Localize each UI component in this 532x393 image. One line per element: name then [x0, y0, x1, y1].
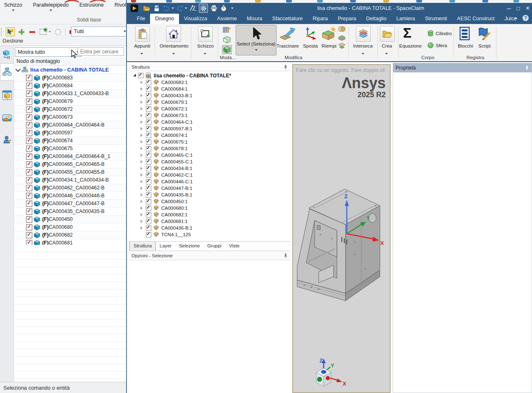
expand-triangle-icon[interactable]: [141, 94, 143, 97]
checkbox[interactable]: ✓: [146, 219, 151, 224]
structure-root-row[interactable]: ✓ lisa chemello - CABINA TOTALE*: [129, 72, 290, 79]
expand-triangle-icon[interactable]: [141, 127, 143, 130]
structure-tab[interactable]: Viste: [225, 242, 243, 251]
checkbox[interactable]: ✓: [26, 91, 32, 97]
list-item[interactable]: ✓ (F)CA000462_CA000462-B: [14, 184, 126, 192]
expand-triangle-icon[interactable]: [141, 220, 143, 223]
checkbox[interactable]: ✓: [26, 177, 32, 183]
section-split-icon[interactable]: [338, 42, 346, 50]
checkbox[interactable]: ✓: [146, 86, 151, 92]
filter-combobox[interactable]: Tutti: [71, 26, 129, 36]
trascinare-icon[interactable]: [279, 27, 296, 42]
add-icon[interactable]: [17, 28, 26, 36]
checkbox[interactable]: ✓: [146, 166, 151, 171]
list-item[interactable]: ✓ (F)CA000674: [14, 137, 126, 145]
combine-icon[interactable]: [338, 34, 346, 42]
undo-icon[interactable]: [162, 4, 171, 12]
checkbox[interactable]: ✓: [26, 232, 32, 238]
checkbox[interactable]: ✓: [146, 192, 151, 198]
expand-triangle-icon[interactable]: [141, 160, 143, 163]
interseca-button[interactable]: [356, 26, 371, 42]
equazione-icon[interactable]: Σ: [403, 26, 411, 40]
select-highlight-icon[interactable]: [6, 27, 15, 36]
checkbox[interactable]: ✓: [146, 232, 151, 237]
structure-item-row[interactable]: ✓ CA000434-B:1: [129, 165, 290, 172]
expand-triangle-icon[interactable]: [141, 180, 143, 183]
selection-box-icon[interactable]: [39, 28, 47, 36]
cad-model[interactable]: Z Y X: [293, 176, 390, 304]
checkbox[interactable]: ✓: [26, 193, 32, 199]
structure-item-row[interactable]: ✓ CA000465-C:1: [129, 152, 290, 158]
list-item[interactable]: ✓ (F)CA000455_CA000455-B: [14, 168, 126, 176]
ribbon-tab[interactable]: Strumenti: [420, 14, 452, 24]
expand-triangle-icon[interactable]: [141, 140, 143, 144]
structure-item-row[interactable]: ✓ CA000683:1: [129, 79, 290, 86]
structure-item-row[interactable]: ✓ CA000435-B:1: [129, 192, 290, 198]
checkbox[interactable]: ✓: [26, 146, 32, 152]
list-item[interactable]: ✓ (F)CA000672: [14, 105, 126, 113]
structure-item-row[interactable]: ✓ CA000675:1: [129, 139, 290, 145]
orientamento-button[interactable]: [166, 26, 181, 42]
structure-item-row[interactable]: ✓ TCN4.1__125: [129, 231, 290, 238]
checkbox[interactable]: ✓: [26, 216, 32, 223]
checkbox[interactable]: ✓: [26, 75, 32, 81]
redo-icon[interactable]: [176, 4, 184, 12]
section-mode-icon[interactable]: [222, 35, 232, 44]
checkbox[interactable]: ✓: [26, 161, 32, 168]
structure-item-row[interactable]: ✓ CA000455-C:1: [129, 158, 290, 165]
structure-item-row[interactable]: ✓ CA000674:1: [129, 132, 290, 139]
expand-triangle-icon[interactable]: [141, 173, 143, 177]
collapse-ribbon-icon[interactable]: [514, 17, 518, 19]
checkbox[interactable]: ✓: [146, 212, 151, 218]
structure-item-row[interactable]: ✓ CA000678:1: [129, 145, 290, 152]
ribbon-tab[interactable]: Misura: [242, 14, 267, 24]
checkbox[interactable]: ✓: [26, 138, 32, 144]
lasso-icon[interactable]: [54, 28, 62, 36]
checkbox[interactable]: ✓: [146, 139, 151, 145]
structure-item-row[interactable]: ✓ CA000462-C:1: [129, 172, 290, 178]
ribbon-tab[interactable]: Ripara: [308, 14, 333, 24]
maximize-button[interactable]: □: [517, 6, 520, 11]
checkbox[interactable]: ✓: [26, 224, 32, 230]
toolbar-grip[interactable]: [1, 28, 3, 36]
checkbox[interactable]: ✓: [146, 93, 151, 98]
structure-tab[interactable]: Layer: [156, 242, 175, 251]
cilindro-button[interactable]: Cilindro: [427, 30, 452, 37]
checkbox[interactable]: ✓: [146, 113, 151, 118]
assembly-root-row[interactable]: lisa chemello - CABINA TOTALE: [14, 66, 126, 74]
chevron-down-icon[interactable]: [15, 67, 21, 72]
checkbox[interactable]: ✓: [26, 114, 32, 120]
list-item[interactable]: ✓ (F)CA000433.1_CA000433-B: [14, 90, 126, 98]
list-item[interactable]: ✓ (F)CA000673: [14, 113, 126, 121]
interseca-caret-icon[interactable]: [362, 53, 364, 55]
checkbox[interactable]: ✓: [26, 169, 32, 175]
select-button[interactable]: Select (Seleziona): [236, 25, 277, 55]
checkbox[interactable]: ✓: [146, 100, 151, 105]
orientamento-caret-icon[interactable]: [172, 53, 175, 55]
checkbox[interactable]: ✓: [146, 225, 151, 231]
user-icon[interactable]: [1, 134, 12, 145]
expand-triangle-icon[interactable]: [141, 107, 143, 110]
structure-item-row[interactable]: ✓ CA000464-C:1: [129, 119, 290, 125]
checkbox[interactable]: ✓: [26, 106, 32, 113]
dropdown-caret-icon[interactable]: [12, 10, 14, 11]
minimize-button[interactable]: ─: [507, 6, 511, 11]
measure-icon[interactable]: [189, 4, 197, 12]
select-caret-icon[interactable]: [255, 49, 258, 51]
ribbon-tab[interactable]: File: [132, 14, 150, 24]
list-item[interactable]: ✓ (F)CA000597: [14, 129, 126, 137]
structure-item-row[interactable]: ✓ CA000679:1: [129, 99, 290, 105]
checkbox[interactable]: ✓: [146, 179, 151, 185]
blocchi-icon[interactable]: [459, 26, 470, 42]
list-item[interactable]: ✓ (F)CA000684: [14, 82, 126, 90]
print-icon[interactable]: [210, 4, 218, 12]
solid-mode-icon[interactable]: [222, 45, 232, 54]
checkbox[interactable]: ✓: [146, 120, 151, 125]
expand-triangle-icon[interactable]: [141, 101, 143, 104]
checkbox[interactable]: ✓: [146, 153, 151, 158]
list-item[interactable]: ✓ (F)CA000435_CA000435-B: [14, 208, 126, 216]
sketch-mode-icon[interactable]: [222, 25, 232, 34]
list-item[interactable]: ✓ (F)CA000446_CA000446-B: [14, 192, 126, 200]
expand-triangle-icon[interactable]: [141, 120, 143, 124]
split-body-icon[interactable]: [338, 26, 346, 34]
